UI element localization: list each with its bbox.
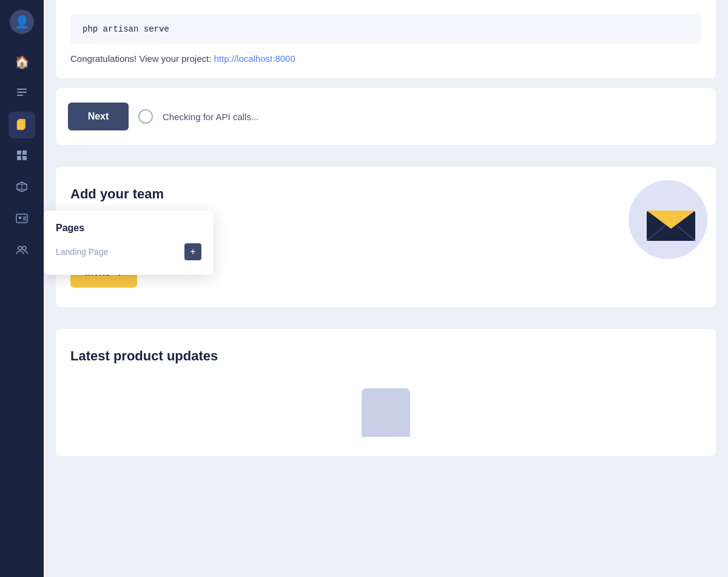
sidebar-item-home[interactable]: 🏠 [8, 49, 35, 75]
svg-rect-9 [22, 156, 27, 160]
svg-rect-2 [17, 95, 23, 96]
sidebar-item-pages[interactable] [8, 112, 35, 138]
pages-popup: Pages Landing Page + [44, 211, 214, 275]
sidebar-item-media[interactable] [8, 206, 35, 233]
svg-rect-16 [23, 216, 26, 221]
code-block: php artisan serve [70, 15, 701, 44]
radio-indicator [138, 109, 153, 124]
pages-popup-item-label: Landing Page [56, 247, 108, 257]
section-separator [44, 155, 728, 167]
mail-illustration [616, 186, 701, 271]
project-url-link[interactable]: http://localhost:8000 [214, 53, 295, 64]
blog-icon [15, 86, 29, 102]
congrats-label: Congratulations! View your project: [70, 53, 211, 64]
blocks-icon [15, 180, 29, 197]
svg-rect-5 [17, 120, 24, 130]
svg-rect-15 [19, 217, 21, 219]
avatar[interactable]: 👤 [10, 10, 34, 34]
sidebar-item-table[interactable] [8, 143, 35, 170]
pages-popup-item: Landing Page + [56, 243, 201, 260]
svg-point-18 [22, 246, 26, 250]
updates-section: Latest product updates [56, 329, 716, 456]
pages-icon [15, 117, 29, 133]
sidebar-item-blog[interactable] [8, 80, 35, 107]
team-section-title: Add your team [70, 186, 616, 202]
media-icon [15, 212, 29, 228]
checking-text: Checking for API calls... [163, 112, 258, 122]
avatar-icon: 👤 [15, 15, 30, 29]
svg-rect-6 [17, 150, 21, 155]
mail-envelope-icon [644, 201, 698, 244]
svg-point-17 [18, 246, 22, 250]
pages-add-button[interactable]: + [184, 243, 201, 260]
team-icon [15, 243, 29, 260]
next-button[interactable]: Next [68, 103, 129, 130]
code-section-card: php artisan serve Congratulations! View … [56, 0, 716, 78]
action-row: Next Checking for API calls... [56, 88, 716, 145]
svg-rect-0 [17, 89, 27, 90]
main-content: php artisan serve Congratulations! View … [44, 0, 728, 577]
code-text: php artisan serve [83, 24, 169, 34]
sidebar-item-blocks[interactable] [8, 175, 35, 201]
updates-chart-bar [362, 388, 410, 437]
svg-rect-7 [22, 150, 27, 155]
sidebar: 👤 🏠 [0, 0, 44, 577]
sidebar-item-team[interactable] [8, 238, 35, 265]
pages-popup-title: Pages [56, 223, 201, 234]
section-separator-2 [44, 317, 728, 329]
table-icon [15, 149, 29, 165]
svg-rect-1 [17, 92, 27, 93]
congrats-text: Congratulations! View your project: http… [70, 53, 701, 64]
svg-rect-8 [17, 156, 21, 160]
updates-title: Latest product updates [70, 348, 701, 364]
updates-illustration [70, 379, 701, 437]
home-icon: 🏠 [15, 55, 30, 69]
